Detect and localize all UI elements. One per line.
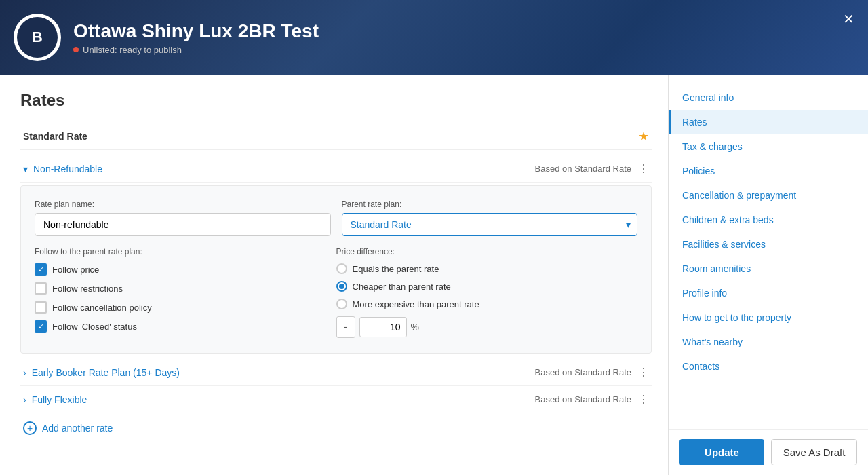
sidebar-item-contacts[interactable]: Contacts <box>669 354 868 379</box>
follow-restrictions-label: Follow restrictions <box>52 284 123 294</box>
follow-closed-row: Follow 'Closed' status <box>35 320 336 332</box>
status-label: Unlisted: ready to publish <box>83 45 182 55</box>
follow-cancellation-checkbox[interactable] <box>35 301 47 314</box>
logo-letter: B <box>32 28 43 46</box>
sidebar-item-label-nearby: What's nearby <box>682 337 743 347</box>
standard-rate-bar: Standard Rate ★ <box>20 124 652 150</box>
add-rate-label: Add another rate <box>42 423 113 434</box>
sidebar-item-nearby[interactable]: What's nearby <box>669 330 868 354</box>
chevron-right-icon-early-booker[interactable]: › <box>23 367 26 378</box>
sidebar-item-label-policies: Policies <box>682 166 715 176</box>
follow-restrictions-checkbox[interactable] <box>35 282 47 294</box>
early-booker-left: › Early Booker Rate Plan (15+ Days) <box>23 367 180 378</box>
follow-closed-label: Follow 'Closed' status <box>52 322 137 332</box>
parent-rate-label: Parent rate plan: <box>342 200 638 209</box>
rate-plan-name-early-booker[interactable]: Early Booker Rate Plan (15+ Days) <box>32 367 180 378</box>
sidebar-item-children[interactable]: Children & extra beds <box>669 208 868 232</box>
sidebar-item-label-amenities: Room amenities <box>682 263 751 274</box>
sidebar-item-facilities[interactable]: Facilities & services <box>669 232 868 256</box>
add-icon: + <box>23 421 37 435</box>
sidebar-item-label-facilities: Facilities & services <box>682 239 766 250</box>
sidebar-nav: General info Rates Tax & charges Policie… <box>669 75 868 429</box>
sidebar-item-tax-charges[interactable]: Tax & charges <box>669 134 868 159</box>
parent-rate-select[interactable]: Standard Rate <box>342 213 638 236</box>
header: B Ottawa Shiny Lux 2BR Test Unlisted: re… <box>0 0 868 75</box>
based-on-label-non-refundable: Based on Standard Rate <box>535 164 631 174</box>
rate-plan-name-input[interactable] <box>35 213 331 236</box>
sidebar-item-policies[interactable]: Policies <box>669 159 868 183</box>
sidebar-item-label-children: Children & extra beds <box>682 214 774 225</box>
sidebar-item-label-cancellation: Cancellation & prepayment <box>682 190 796 201</box>
rate-plan-name-non-refundable[interactable]: Non-Refundable <box>33 164 102 174</box>
rate-plan-row-fully-flexible: › Fully Flexible Based on Standard Rate … <box>20 386 652 413</box>
rate-plan-row-non-refundable: ▾ Non-Refundable Based on Standard Rate … <box>20 155 652 183</box>
sidebar-footer: Update Save As Draft <box>669 429 868 475</box>
follow-left: Follow to the parent rate plan: Follow p… <box>35 247 336 339</box>
sidebar-item-label-contacts: Contacts <box>682 361 719 372</box>
sidebar-item-label-general-info: General info <box>682 92 734 103</box>
early-booker-right: Based on Standard Rate ⋮ <box>535 366 649 379</box>
follow-cancellation-label: Follow cancellation policy <box>52 303 152 313</box>
more-expensive-label: More expensive than parent rate <box>353 299 479 309</box>
rate-plan-left: ▾ Non-Refundable <box>23 164 102 174</box>
fully-flexible-left: › Fully Flexible <box>23 394 87 405</box>
main-content: Rates Standard Rate ★ ▾ Non-Refundable B… <box>0 75 668 475</box>
follow-price-checkbox[interactable] <box>35 263 47 276</box>
based-on-label-early-booker: Based on Standard Rate <box>535 367 631 377</box>
sidebar-item-label-profile: Profile info <box>682 288 727 299</box>
logo-inner: B <box>17 17 58 58</box>
close-button[interactable]: ✕ <box>843 11 854 27</box>
follow-closed-checkbox[interactable] <box>35 320 47 332</box>
equals-parent-label: Equals the parent rate <box>353 264 439 274</box>
minus-button[interactable]: - <box>336 316 355 338</box>
follow-cancellation-row: Follow cancellation policy <box>35 301 336 314</box>
star-icon: ★ <box>638 129 649 144</box>
cheaper-parent-row: Cheaper than parent rate <box>336 281 638 292</box>
rate-plan-right: Based on Standard Rate ⋮ <box>535 162 649 175</box>
sidebar-item-profile[interactable]: Profile info <box>669 281 868 305</box>
fully-flexible-right: Based on Standard Rate ⋮ <box>535 393 649 406</box>
follow-price-label: Follow price <box>52 265 99 275</box>
sidebar-item-label-tax-charges: Tax & charges <box>682 141 743 152</box>
more-expensive-radio[interactable] <box>336 299 347 309</box>
parent-rate-select-wrapper: Standard Rate ▾ <box>342 213 638 236</box>
sidebar-item-general-info[interactable]: General info <box>669 86 868 110</box>
parent-rate-field: Parent rate plan: Standard Rate ▾ <box>342 200 638 236</box>
panel-grid: Rate plan name: Parent rate plan: Standa… <box>35 200 637 236</box>
equals-parent-row: Equals the parent rate <box>336 263 638 274</box>
equals-parent-radio[interactable] <box>336 263 347 274</box>
rate-plan-name-label: Rate plan name: <box>35 200 331 209</box>
add-rate-row[interactable]: + Add another rate <box>20 413 652 443</box>
rate-plan-panel: Rate plan name: Parent rate plan: Standa… <box>20 185 652 354</box>
sidebar: General info Rates Tax & charges Policie… <box>668 75 868 475</box>
sidebar-item-how-to-get[interactable]: How to get to the property <box>669 305 868 330</box>
sidebar-item-cancellation[interactable]: Cancellation & prepayment <box>669 183 868 208</box>
property-status: Unlisted: ready to publish <box>73 45 319 55</box>
save-draft-button[interactable]: Save As Draft <box>771 439 857 466</box>
sidebar-item-label-how-to-get: How to get to the property <box>682 312 791 323</box>
percent-sign: % <box>411 322 419 332</box>
page-title: Rates <box>20 91 652 110</box>
follow-restrictions-row: Follow restrictions <box>35 282 336 294</box>
follow-label-header: Follow to the parent rate plan: <box>35 247 336 256</box>
percent-input[interactable] <box>359 317 407 337</box>
sidebar-item-rates[interactable]: Rates <box>669 110 868 134</box>
cheaper-parent-radio[interactable] <box>336 281 347 292</box>
follow-section: Follow to the parent rate plan: Follow p… <box>35 247 637 339</box>
price-diff-row: - % <box>336 316 638 338</box>
cheaper-parent-label: Cheaper than parent rate <box>353 282 451 292</box>
kebab-menu-icon[interactable]: ⋮ <box>638 162 649 175</box>
chevron-right-icon-fully-flexible[interactable]: › <box>23 394 26 405</box>
kebab-menu-icon-early-booker[interactable]: ⋮ <box>638 366 649 379</box>
kebab-menu-icon-fully-flexible[interactable]: ⋮ <box>638 393 649 406</box>
main-layout: Rates Standard Rate ★ ▾ Non-Refundable B… <box>0 75 868 475</box>
sidebar-item-label-rates: Rates <box>682 117 707 128</box>
rate-plan-row-early-booker: › Early Booker Rate Plan (15+ Days) Base… <box>20 359 652 386</box>
chevron-down-icon[interactable]: ▾ <box>23 164 28 174</box>
standard-rate-label: Standard Rate <box>23 131 87 142</box>
follow-price-row: Follow price <box>35 263 336 276</box>
update-button[interactable]: Update <box>679 439 764 466</box>
rate-plan-name-fully-flexible[interactable]: Fully Flexible <box>32 394 87 405</box>
based-on-label-fully-flexible: Based on Standard Rate <box>535 394 631 404</box>
sidebar-item-amenities[interactable]: Room amenities <box>669 256 868 281</box>
